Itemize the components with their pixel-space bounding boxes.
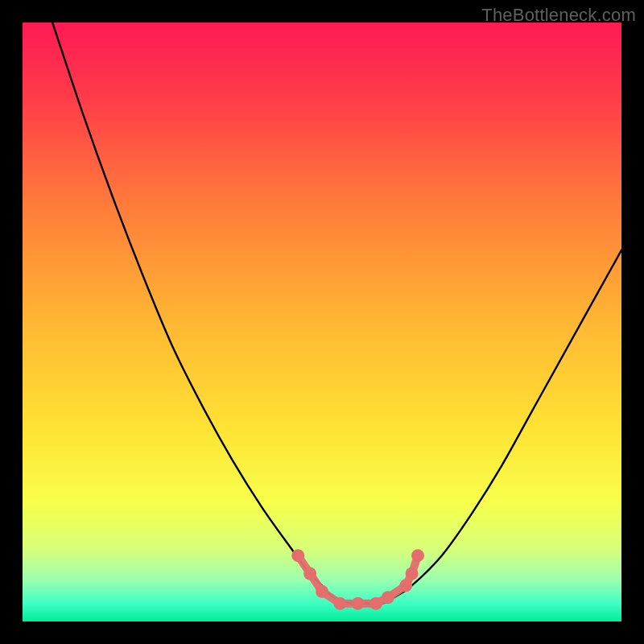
highlight-point [399,579,412,592]
highlight-point [369,597,382,610]
highlight-point [352,597,365,610]
highlight-point [303,567,316,580]
highlight-point [411,549,424,562]
bottleneck-chart [23,23,621,621]
highlight-point [291,549,304,562]
highlight-point [382,591,394,604]
highlight-point [333,597,346,610]
highlight-point [316,585,328,598]
chart-frame: TheBottleneck.com [0,0,644,644]
highlight-point [406,567,419,580]
watermark-label: TheBottleneck.com [481,5,636,26]
gradient-background [23,23,621,621]
plot-area [23,23,621,621]
